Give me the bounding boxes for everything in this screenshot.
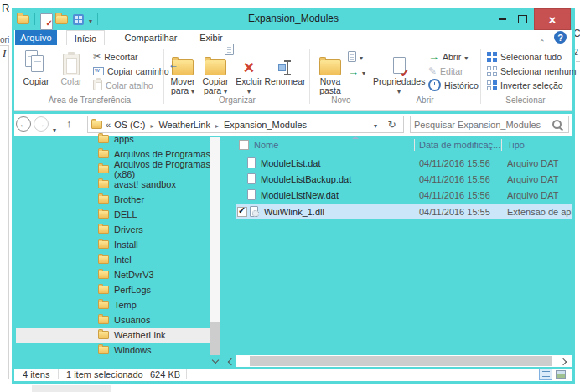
tree-item[interactable]: Windows [16,343,210,358]
forward-button[interactable]: → [34,116,49,132]
search-icon[interactable] [552,120,562,129]
open-button[interactable]: Abrir [428,50,468,63]
dropdown-icon [247,85,251,95]
breadcrumb[interactable]: « OS (C:) WeatherLink Expansion_Modules [87,116,381,133]
tree-item[interactable]: Install [16,237,210,252]
new-item-button[interactable] [348,50,363,63]
copy-path-icon [93,67,104,75]
group-label-organize: Organizar [179,95,296,105]
thumbnail-view-button[interactable] [554,369,567,380]
background-text: R [2,2,9,14]
tree-item-weatherlink[interactable]: WeatherLink [16,328,210,343]
folder-icon [98,240,109,249]
folder-icon [98,210,109,219]
copy-to-button[interactable]: Copiar para [199,47,231,96]
dropdown-icon [362,67,365,77]
tree-item[interactable]: Temp [16,297,210,312]
dat-file-icon [247,173,256,184]
history-icon [428,79,441,91]
background-text: I [3,47,6,60]
paste-shortcut-button[interactable]: Colar atalho [93,79,153,91]
up-button[interactable]: ↑ [66,117,72,130]
column-header-type[interactable]: Tipo [507,140,525,150]
scissors-icon [93,51,101,62]
close-button[interactable]: × [534,8,571,30]
select-all-button[interactable]: Selecionar tudo [487,50,562,63]
dll-file-icon [250,206,258,217]
tree-item[interactable]: Arquivos de Programas (x86) [16,162,210,177]
folder-icon [98,271,109,279]
dat-file-icon [247,189,256,200]
new-folder-button[interactable]: Nova pasta [314,47,346,95]
column-header-date[interactable]: Data de modificaç... [419,140,500,150]
file-row[interactable]: ModuleList.dat 04/11/2016 15:56 Arquivo … [236,156,572,172]
divider [186,369,187,379]
file-row[interactable]: ModuleListBackup.dat 04/11/2016 15:56 Ar… [236,172,572,188]
refresh-button[interactable]: ↻ [381,116,404,133]
search-box [410,116,569,133]
copy-path-button[interactable]: Copiar caminho [93,64,169,77]
rename-button[interactable]: Renomear [262,47,308,86]
maximize-button[interactable] [513,8,531,30]
minimize-button[interactable] [493,8,511,30]
easy-access-button[interactable] [348,65,365,78]
column-header-name[interactable]: Nome [254,140,278,150]
background-taskbar-fragment [32,385,111,392]
folder-icon [98,165,109,173]
breadcrumb-weatherlink[interactable]: WeatherLink [158,120,210,130]
select-all-checkbox[interactable] [239,140,249,150]
arrow-left-icon [168,60,179,70]
history-button[interactable]: Histórico [428,79,479,91]
details-view-button[interactable] [539,369,552,380]
cut-button[interactable]: Recortar [93,50,137,63]
folder-icon [91,121,102,129]
tree-item[interactable]: apps [16,132,210,147]
dropdown-icon [464,52,468,62]
row-checkbox[interactable] [237,207,247,217]
selection-size: 624 KB [150,369,180,379]
sort-ascending-icon [352,136,359,139]
paste-button[interactable]: Colar [54,47,88,86]
dropdown-icon [397,85,401,95]
copy-button[interactable]: Copiar [19,47,53,86]
file-row-selected[interactable]: WuiWlink_1.dll 04/11/2016 15:55 Extensão… [236,204,572,219]
tree-item[interactable]: Brother [16,192,210,207]
rename-icon [278,60,292,75]
horizontal-scrollbar-thumb[interactable] [250,356,552,366]
dropdown-icon [224,85,227,95]
back-button[interactable]: ← [16,116,31,132]
tree-item[interactable]: PerfLogs [16,282,210,297]
address-dropdown-icon[interactable] [374,120,377,130]
select-none-button[interactable]: Selecionar nenhum [487,64,576,77]
horizontal-scrollbar[interactable] [236,355,572,367]
divider [58,369,59,379]
tab-inicio[interactable]: Início [66,30,105,45]
file-row[interactable]: ModuleListNew.dat 04/11/2016 15:56 Arqui… [236,188,572,204]
move-to-button[interactable]: Mover para [167,47,199,96]
tree-item[interactable]: Usuários [16,312,210,328]
tree-item[interactable]: Intel [16,252,210,267]
properties-button[interactable]: ✓ Propriedades [373,47,425,96]
window-title: Expansion_Modules [12,13,575,24]
edit-button[interactable]: Editar [428,64,463,77]
tab-arquivo[interactable]: Arquivo [15,30,57,45]
help-icon[interactable]: ? [554,31,567,44]
delete-button[interactable]: Excluir [233,47,265,96]
divider [501,139,502,151]
tree-scroll-down-icon[interactable] [210,357,220,364]
tree-item[interactable]: Drivers [16,222,210,237]
breadcrumb-current[interactable]: Expansion_Modules [224,120,307,130]
gear-icon [252,210,259,217]
delete-icon [244,60,255,75]
search-input[interactable] [411,120,552,130]
tree-item[interactable]: DELL [16,207,210,222]
tab-compartilhar[interactable]: Compartilhar [118,30,184,45]
scroll-right-icon[interactable] [558,358,568,365]
invert-selection-button[interactable]: Inverter seleção [487,79,563,91]
selection-count: 1 item selecionado [66,369,143,379]
tree-scrollbar-thumb[interactable] [210,322,220,355]
properties-icon: ✓ [391,57,407,75]
tree-item[interactable]: NetDvrV3 [16,267,210,282]
breadcrumb-drive[interactable]: OS (C:) [114,120,145,130]
title-bar: ✓ Expansion_Modules × [12,8,575,30]
